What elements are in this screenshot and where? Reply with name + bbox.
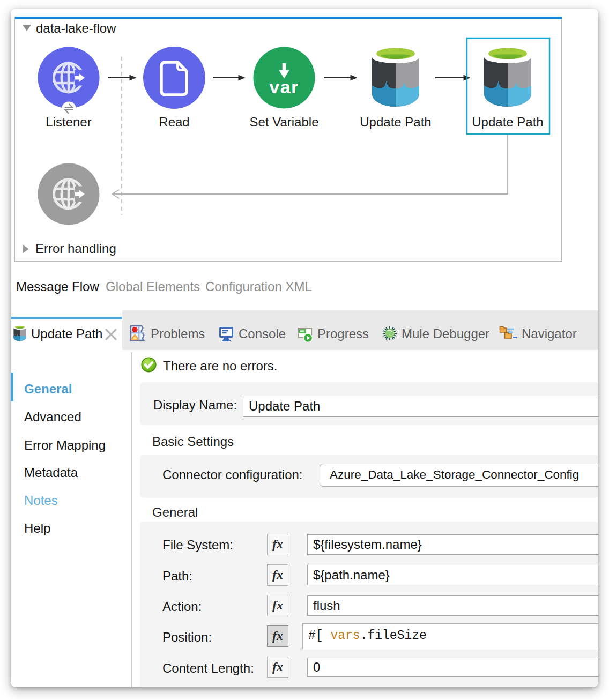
- svg-text:var: var: [269, 77, 299, 97]
